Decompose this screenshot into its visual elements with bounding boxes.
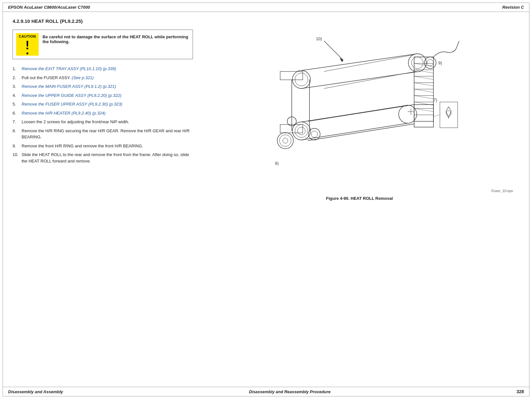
caution-exclaim-icon: !	[25, 40, 29, 51]
step-num: 1.	[13, 66, 22, 72]
svg-line-22	[414, 63, 433, 67]
caution-box: CAUTION ! Be careful not to damage the s…	[13, 30, 193, 59]
step-text: Remove the H/R RING securing the rear H/…	[22, 128, 193, 140]
list-item: 8. Remove the H/R RING securing the rear…	[13, 128, 193, 140]
step-link[interactable]: Remove the FUSER UPPER ASSY (PL9.2.30) (…	[22, 102, 122, 107]
page-footer: Disassembly and Assembly Disassembly and…	[3, 387, 529, 396]
step-link[interactable]: Remove the MAIN FUSER ASSY (PL9.1.2) (p.…	[22, 84, 116, 89]
step-num: 8.	[13, 128, 22, 140]
step-link[interactable]: Remove the UPPER GUIDE ASSY (PL9.2.20) (…	[22, 93, 121, 98]
header-title: EPSON AcuLaser C8600/AcuLaser C7000	[8, 5, 90, 10]
list-item: 2. Pull out the FUSER ASSY. (See p.321)	[13, 75, 193, 81]
page-header: EPSON AcuLaser C8600/AcuLaser C7000 Revi…	[3, 3, 529, 12]
svg-line-23	[414, 70, 433, 73]
step-num: 2.	[13, 75, 22, 81]
step-link[interactable]: Remove the EXIT TRAY ASSY (PL10.1.10) (p…	[22, 66, 116, 71]
svg-point-1	[295, 73, 308, 86]
svg-line-24	[414, 76, 433, 79]
svg-point-31	[295, 125, 308, 137]
svg-line-50	[433, 115, 440, 116]
caution-icon: CAUTION !	[16, 33, 39, 56]
svg-line-26	[414, 89, 433, 92]
caution-label: CAUTION	[19, 34, 36, 38]
figure-filename: Fuser_10.eps	[491, 189, 513, 193]
list-item: 9. Remove the front H/R RING and remove …	[13, 143, 193, 149]
step-num: 10.	[13, 152, 22, 164]
footer-center: Disassembly and Reassembly Procedure	[249, 389, 331, 394]
footer-left: Disassembly and Assembly	[8, 389, 63, 394]
svg-line-46	[308, 124, 414, 141]
step-num: 7.	[13, 119, 22, 125]
svg-rect-47	[414, 105, 433, 127]
step-text: Remove the EXIT TRAY ASSY (PL10.1.10) (p…	[22, 66, 193, 72]
step-link[interactable]: (See p.321)	[72, 75, 94, 80]
list-item: 3. Remove the MAIN FUSER ASSY (PL9.1.2) …	[13, 83, 193, 90]
svg-line-29	[414, 108, 433, 112]
svg-line-54	[324, 55, 414, 71]
step-text: Remove the MAIN FUSER ASSY (PL9.1.2) (p.…	[22, 83, 193, 90]
caution-dot	[26, 52, 28, 54]
svg-text:7): 7)	[433, 97, 437, 102]
list-item: 1. Remove the EXIT TRAY ASSY (PL10.1.10)…	[13, 66, 193, 72]
svg-text:8): 8)	[275, 161, 279, 166]
page-border: EPSON AcuLaser C8600/AcuLaser C7000 Revi…	[3, 3, 529, 396]
caution-text: Be careful not to damage the surface of …	[43, 33, 189, 44]
svg-rect-52	[280, 71, 303, 80]
list-item: 4. Remove the UPPER GUIDE ASSY (PL9.2.20…	[13, 92, 193, 99]
right-panel: 10) 9)	[199, 18, 519, 201]
footer-page: 328	[517, 389, 524, 394]
list-item: 10. Slide the HEAT ROLL to the rear and …	[13, 152, 193, 164]
svg-point-41	[309, 128, 320, 140]
step-text: Remove the FUSER UPPER ASSY (PL9.2.30) (…	[22, 101, 193, 107]
svg-point-39	[280, 135, 291, 146]
step-text: Slide the HEAT ROLL to the rear and remo…	[22, 152, 193, 164]
svg-line-45	[308, 105, 414, 121]
svg-point-5	[412, 57, 423, 69]
steps-list: 1. Remove the EXIT TRAY ASSY (PL10.1.10)…	[13, 66, 193, 164]
svg-text:9): 9)	[438, 60, 442, 65]
figure-area: 10) 9)	[199, 22, 519, 201]
svg-point-4	[408, 54, 426, 72]
svg-point-42	[311, 131, 318, 137]
figure-caption: Figure 4-90. HEAT ROLL Removal	[326, 196, 393, 201]
step-text: Pull out the FUSER ASSY. (See p.321)	[22, 75, 193, 81]
step-num: 5.	[13, 101, 22, 107]
list-item: 7. Loosen the 2 screws for adjusting the…	[13, 119, 193, 125]
svg-point-32	[298, 127, 305, 135]
svg-line-2	[301, 54, 417, 70]
svg-point-40	[283, 138, 288, 143]
svg-line-27	[414, 96, 433, 99]
svg-line-33	[301, 105, 408, 122]
step-num: 6.	[13, 110, 22, 116]
step-num: 4.	[13, 92, 22, 99]
step-text: Remove the H/R HEATER (PL9.2.40) (p.324)	[22, 110, 193, 116]
diagram-svg: 10) 9)	[260, 22, 459, 189]
step-link[interactable]: Remove the H/R HEATER (PL9.2.40) (p.324)	[22, 111, 106, 116]
left-panel: 4.2.9.10 HEAT ROLL (PL9.2.25) CAUTION ! …	[13, 18, 193, 201]
svg-line-6	[324, 41, 343, 60]
svg-line-55	[324, 72, 414, 88]
svg-line-34	[301, 123, 408, 140]
step-text: Remove the UPPER GUIDE ASSY (PL9.2.20) (…	[22, 92, 193, 99]
list-item: 6. Remove the H/R HEATER (PL9.2.40) (p.3…	[13, 110, 193, 116]
page-content: 4.2.9.10 HEAT ROLL (PL9.2.25) CAUTION ! …	[3, 12, 529, 220]
step-num: 9.	[13, 143, 22, 149]
section-title: 4.2.9.10 HEAT ROLL (PL9.2.25)	[13, 18, 193, 24]
svg-point-10	[427, 60, 433, 66]
step-text: Loosen the 2 screws for adjusting the fr…	[22, 119, 193, 125]
svg-line-56	[456, 41, 459, 49]
svg-line-25	[414, 83, 433, 86]
header-revision: Revision C	[502, 5, 524, 10]
step-text: Remove the front H/R RING and remove the…	[22, 143, 193, 149]
svg-text:10): 10)	[316, 36, 322, 41]
svg-rect-48	[440, 102, 458, 128]
caution-bold-text: Be careful not to damage the surface of …	[43, 34, 188, 44]
step-num: 3.	[13, 83, 22, 90]
list-item: 5. Remove the FUSER UPPER ASSY (PL9.2.30…	[13, 101, 193, 107]
